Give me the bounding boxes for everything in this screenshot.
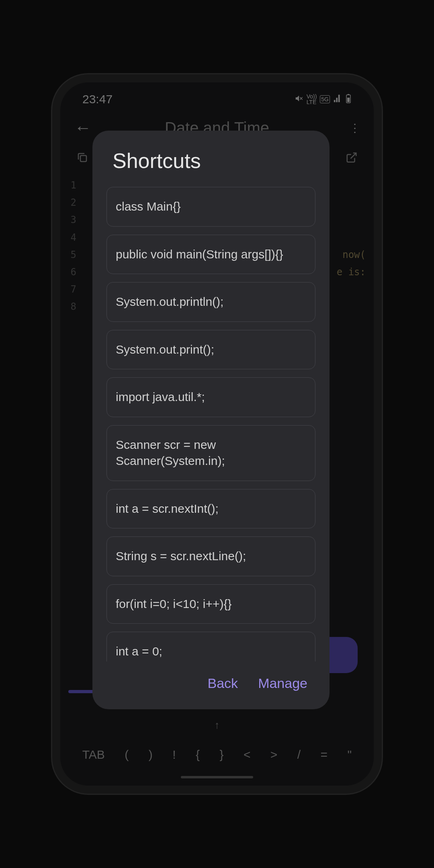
shortcut-item[interactable]: Scanner scr = new Scanner(System.in);	[106, 425, 315, 481]
phone-frame: 23:47 Vo))LTE 5G ← Date and Time ⋮	[52, 74, 382, 794]
dialog-actions: Back Manage	[106, 661, 315, 697]
shortcut-item[interactable]: class Main{}	[106, 187, 315, 227]
phone-screen: 23:47 Vo))LTE 5G ← Date and Time ⋮	[60, 82, 374, 786]
back-button[interactable]: Back	[208, 676, 238, 691]
shortcut-item[interactable]: for(int i=0; i<10; i++){}	[106, 584, 315, 624]
shortcut-item[interactable]: String s = scr.nextLine();	[106, 536, 315, 576]
shortcut-item[interactable]: import java.util.*;	[106, 377, 315, 417]
dialog-title: Shortcuts	[106, 149, 315, 173]
shortcut-item[interactable]: System.out.print();	[106, 330, 315, 370]
shortcut-item[interactable]: int a = 0;	[106, 632, 315, 661]
shortcuts-dialog: Shortcuts class Main{} public void main(…	[92, 131, 330, 709]
shortcut-item[interactable]: public void main(String args[]){}	[106, 235, 315, 274]
shortcut-item[interactable]: System.out.println();	[106, 282, 315, 322]
shortcut-item[interactable]: int a = scr.nextInt();	[106, 489, 315, 529]
manage-button[interactable]: Manage	[258, 676, 307, 691]
shortcuts-list[interactable]: class Main{} public void main(String arg…	[106, 187, 315, 661]
